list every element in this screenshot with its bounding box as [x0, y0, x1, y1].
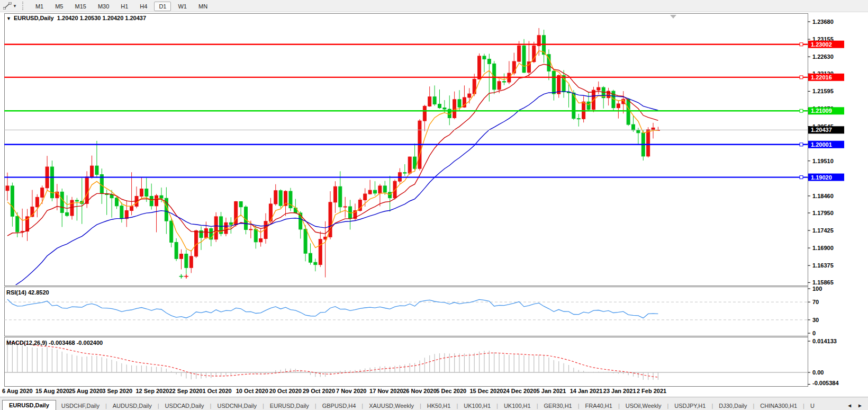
- date-axis-label: 15 Aug 2020: [35, 388, 69, 394]
- line-studies-icon-glyph: [3, 2, 12, 10]
- chart-tab-gbpusd-h4[interactable]: GBPUSD,H4: [317, 401, 361, 410]
- date-axis-label: 5 Dec 2020: [436, 388, 466, 394]
- date-axis-label: 24 Dec 2020: [503, 388, 537, 394]
- macd-axis-tick: 0.00: [812, 369, 824, 376]
- price-axis-tick: 1.18460: [812, 193, 834, 199]
- date-axis-label: 7 Nov 2020: [336, 388, 366, 394]
- chart-tab-usdcad-daily[interactable]: USDCAD,Daily: [160, 401, 210, 410]
- date-axis-label: 12 Sep 2020: [135, 388, 169, 394]
- rsi-axis-tick: 70: [812, 299, 819, 305]
- top-toolbar: ▼ M1M5M15M30H1H4D1W1MN: [0, 0, 868, 12]
- price-axis-tick: 1.22630: [812, 54, 834, 60]
- chart-tab-usdcnh-daily[interactable]: USDCNH,Daily: [212, 401, 262, 410]
- price-axis-tick: 1.16900: [812, 245, 834, 251]
- level-line-price-tag: 1.22016: [811, 74, 832, 81]
- chart-tab-fra40-h1[interactable]: FRA40,H1: [580, 401, 618, 410]
- timeframe-button-m1[interactable]: M1: [31, 2, 48, 11]
- timeframe-button-m30[interactable]: M30: [93, 2, 114, 11]
- collapse-triangle-icon[interactable]: ▼: [6, 16, 11, 21]
- chart-tab-eurusd-daily[interactable]: EURUSD,Daily: [2, 400, 56, 410]
- chart-tab-uk100-h1[interactable]: UK100,H1: [499, 401, 536, 410]
- chevron-down-icon[interactable]: ▼: [13, 4, 17, 8]
- chart-tab-usdjpy-h1[interactable]: USDJPY,H1: [669, 401, 711, 410]
- toolbar-grip[interactable]: [22, 2, 25, 10]
- macd-indicator-label: MACD(12,26,9) -0.003468 -0.002400: [6, 340, 103, 346]
- price-axis-tick: 1.23680: [812, 19, 834, 25]
- level-line-price-tag: 1.21009: [811, 108, 832, 114]
- chart-tab-usoil-weekly[interactable]: USOil,Weekly: [620, 401, 667, 410]
- chart-tab-eurusd-daily[interactable]: EURUSD,Daily: [265, 401, 314, 410]
- level-line-price-tag: 1.23002: [811, 41, 832, 48]
- ohlc-open: 1.20420: [57, 15, 78, 21]
- date-axis-label: 17 Nov 2020: [369, 388, 403, 394]
- price-axis-tick: 1.17425: [812, 227, 834, 234]
- line-studies-icon[interactable]: ▼: [1, 1, 19, 11]
- chart-tab-dj30-daily[interactable]: DJ30,Daily: [713, 401, 752, 410]
- timeframe-button-group: M1M5M15M30H1H4D1W1MN: [30, 1, 213, 11]
- timeframe-button-h1[interactable]: H1: [116, 2, 133, 11]
- date-axis-label: 2 Feb 2021: [637, 388, 666, 394]
- date-axis-label: 5 Jan 2021: [537, 388, 566, 394]
- price-axis-tick: 1.15865: [812, 279, 834, 286]
- price-axis-tick: 1.17950: [812, 210, 834, 216]
- chart-tab-audusd-daily[interactable]: AUDUSD,Daily: [107, 401, 157, 410]
- timeframe-button-d1[interactable]: D1: [154, 2, 171, 11]
- date-axis-label: 26 Nov 2020: [403, 388, 437, 394]
- tab-scroll-left-button[interactable]: ◄: [847, 403, 852, 408]
- rsi-axis-tick: 0: [812, 330, 816, 336]
- date-axis-label: 14 Jan 2021: [570, 388, 603, 394]
- chart-tab-u[interactable]: U: [805, 401, 820, 410]
- rsi-indicator-label: RSI(14) 42.8520: [6, 289, 49, 296]
- ohlc-close: 1.20437: [125, 15, 146, 21]
- chart-tab-ger30-h1[interactable]: GER30,H1: [539, 401, 577, 410]
- date-axis-label: 29 Oct 2020: [303, 388, 335, 394]
- price-axis-tick: 1.16375: [812, 262, 834, 269]
- tab-scroll-right-button[interactable]: ►: [857, 403, 863, 408]
- date-axis-label: 25 Aug 2020: [69, 388, 103, 394]
- price-chart-canvas[interactable]: 1.236801.231551.226301.221201.215951.210…: [0, 12, 868, 397]
- chart-title: ▼EURUSD,Daily 1.20420 1.20530 1.20420 1.…: [6, 15, 146, 21]
- timeframe-button-h4[interactable]: H4: [135, 2, 152, 11]
- date-axis-label: 20 Oct 2020: [269, 388, 302, 394]
- date-axis-label: 6 Aug 2020: [2, 388, 33, 394]
- timeframe-button-w1[interactable]: W1: [173, 2, 192, 11]
- rsi-axis-tick: 30: [812, 317, 819, 323]
- chart-window: 1.236801.231551.226301.221201.215951.210…: [0, 12, 868, 397]
- ohlc-low: 1.20420: [103, 15, 124, 21]
- date-axis-label: 1 Oct 2020: [203, 388, 232, 394]
- chart-symbol-label: EURUSD,Daily: [14, 15, 54, 21]
- tab-scroll-buttons: ◄ ►: [844, 403, 868, 410]
- timeframe-button-m15[interactable]: M15: [70, 2, 91, 11]
- chart-tab-hk50-h1[interactable]: HK50,H1: [422, 401, 456, 410]
- timeframe-button-m5[interactable]: M5: [50, 2, 68, 11]
- price-axis-tick: 1.21595: [812, 88, 834, 94]
- date-axis-label: 23 Jan 2021: [603, 388, 636, 394]
- macd-axis-tick: 0.014133: [812, 338, 837, 344]
- level-line-price-tag: 1.20001: [811, 141, 832, 148]
- chart-tab-usdchf-daily[interactable]: USDCHF,Daily: [56, 401, 105, 410]
- chart-tab-uk100-h1[interactable]: UK100,H1: [458, 401, 496, 410]
- timeframe-button-mn[interactable]: MN: [194, 2, 212, 11]
- date-axis-label: 22 Sep 2020: [169, 388, 203, 394]
- date-axis-label: 3 Sep 2020: [102, 388, 132, 394]
- price-axis-tick: 1.19510: [812, 158, 834, 164]
- chart-tab-xauusd-weekly[interactable]: XAUUSD,Weekly: [364, 401, 419, 410]
- chart-tabs: EURUSD,DailyUSDCHF,Daily|AUDUSD,Daily|US…: [2, 400, 820, 410]
- chart-tab-bar: EURUSD,DailyUSDCHF,Daily|AUDUSD,Daily|US…: [0, 397, 868, 410]
- date-axis-label: 15 Dec 2020: [469, 388, 503, 394]
- chart-tab-china300-h1[interactable]: CHINA300,H1: [755, 401, 802, 410]
- current-price-tag: 1.20437: [811, 127, 832, 133]
- rsi-axis-tick: 100: [812, 286, 822, 292]
- level-line-price-tag: 1.19020: [811, 174, 832, 181]
- date-axis-label: 10 Oct 2020: [236, 388, 268, 394]
- macd-axis-tick: -0.005384: [812, 380, 839, 386]
- ohlc-high: 1.20530: [80, 15, 101, 21]
